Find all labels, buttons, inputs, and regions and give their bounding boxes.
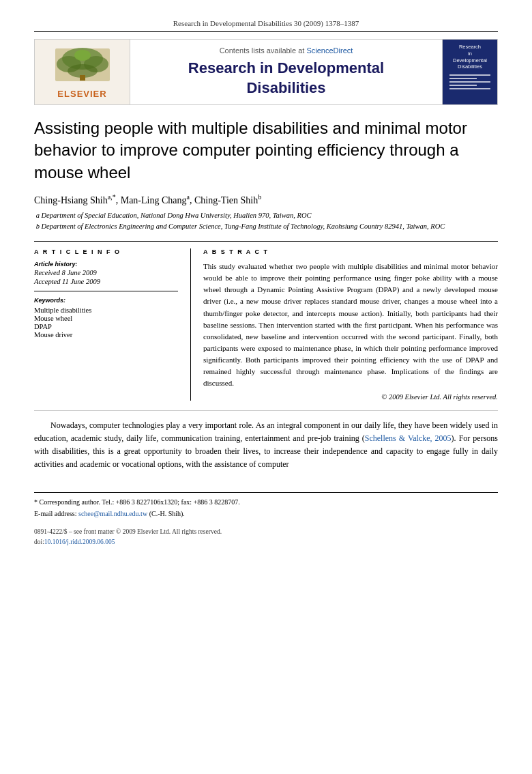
affiliation-marker-a2: a	[187, 193, 190, 201]
journal-header: ELSEVIER Contents lists available at Sci…	[34, 39, 498, 105]
info-divider	[34, 291, 178, 291]
article-info-heading: A R T I C L E I N F O	[34, 248, 178, 255]
email-line: E-mail address: schee@mail.ndhu.edu.tw (…	[34, 508, 498, 519]
received-date: Received 8 June 2009	[34, 269, 178, 276]
journal-title-block: Contents lists available at ScienceDirec…	[130, 40, 443, 104]
sciencedirect-link[interactable]: ScienceDirect	[306, 46, 353, 55]
affiliation-b: b Department of Electronics Engineering …	[34, 221, 498, 232]
article-title: Assisting people with multiple disabilit…	[34, 117, 498, 184]
affiliation-marker-a: a,*	[108, 193, 116, 201]
article-info-abstract: A R T I C L E I N F O Article history: R…	[34, 241, 498, 401]
keywords-label: Keywords:	[34, 297, 178, 304]
contents-available: Contents lists available at ScienceDirec…	[220, 46, 353, 55]
thumb-decoration	[449, 74, 490, 91]
accepted-date: Accepted 11 June 2009	[34, 278, 178, 285]
body-section: Nowadays, computer technologies play a v…	[34, 410, 498, 472]
doi-line: doi:10.1016/j.ridd.2009.06.005	[34, 537, 498, 547]
keyword-mouse-driver: Mouse driver	[34, 331, 178, 339]
elsevier-logo: ELSEVIER	[35, 40, 130, 104]
keyword-mouse-wheel: Mouse wheel	[34, 315, 178, 322]
authors: Ching-Hsiang Shiha,*, Man-Ling Changa, C…	[34, 193, 498, 206]
page: Research in Developmental Disabilities 3…	[0, 0, 532, 774]
citation-link-1[interactable]: Schellens & Valcke, 2005	[365, 433, 452, 443]
svg-rect-5	[80, 75, 85, 81]
footer-notes: * Corresponding author. Tel.: +886 3 822…	[34, 492, 498, 519]
abstract-text: This study evaluated whether two people …	[203, 261, 498, 389]
keyword-dpap: DPAP	[34, 323, 178, 330]
affiliations: a Department of Special Education, Natio…	[34, 210, 498, 232]
svg-point-6	[74, 50, 91, 61]
affiliation-marker-b: b	[258, 193, 261, 201]
article-info-column: A R T I C L E I N F O Article history: R…	[34, 248, 191, 401]
issn-line: 0891-4222/$ – see front matter © 2009 El…	[34, 527, 498, 537]
doi-link[interactable]: 10.1016/j.ridd.2009.06.005	[44, 539, 115, 545]
article-history-label: Article history:	[34, 261, 178, 268]
copyright: © 2009 Elsevier Ltd. All rights reserved…	[203, 393, 498, 401]
journal-thumb-title: Research in Developmental Disabilities	[453, 44, 487, 70]
journal-thumbnail: Research in Developmental Disabilities	[443, 40, 497, 104]
keyword-multiple-disabilities: Multiple disabilities	[34, 306, 178, 314]
abstract-heading: A B S T R A C T	[203, 248, 498, 255]
elsevier-brand: ELSEVIER	[57, 89, 106, 99]
elsevier-tree-icon	[52, 45, 113, 86]
corresponding-author-note: * Corresponding author. Tel.: +886 3 822…	[34, 497, 498, 507]
abstract-column: A B S T R A C T This study evaluated whe…	[191, 248, 498, 401]
affiliation-a: a Department of Special Education, Natio…	[34, 210, 498, 221]
email-link[interactable]: schee@mail.ndhu.edu.tw	[78, 510, 147, 517]
journal-citation: Research in Developmental Disabilities 3…	[34, 19, 498, 32]
bottom-bar: 0891-4222/$ – see front matter © 2009 El…	[34, 527, 498, 547]
citation-text: Research in Developmental Disabilities 3…	[173, 19, 359, 27]
journal-main-title: Research in Developmental Disabilities	[188, 59, 384, 98]
body-paragraph-1: Nowadays, computer technologies play a v…	[34, 419, 498, 472]
